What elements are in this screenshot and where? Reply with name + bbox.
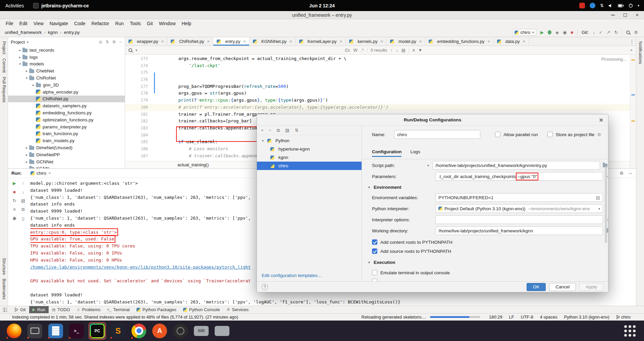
close-tab-icon[interactable]: × [207,39,210,44]
toolwindow-button-python-packages[interactable]: Python Packages [133,306,180,313]
project-panel-title[interactable]: Project [11,40,25,45]
search-history-icon[interactable]: ▾ [136,48,137,52]
dock-drive[interactable] [213,322,231,340]
close-tab-icon[interactable]: × [161,39,164,44]
name-field[interactable] [394,130,480,139]
dock-ubuntu-software[interactable]: A [151,322,168,340]
tree-item[interactable]: ▸KGNN [8,165,125,168]
whole-words-toggle[interactable]: W [354,48,358,53]
dock-chrome[interactable] [130,322,148,340]
tree-item[interactable]: ▸logs [8,54,125,61]
tree-chevron-icon[interactable]: ▸ [24,153,29,157]
dock-text-editor[interactable] [47,322,64,340]
line-separator[interactable]: LF [509,315,514,320]
editor-tab-KGNNNet.py[interactable]: KGNNNet.py× [250,37,296,46]
gear-icon[interactable]: ⚙ [620,171,624,176]
folder-group-icon[interactable]: ▤ [285,128,289,133]
active-app-indicator[interactable]: jetbrains-pycharm-ce [33,3,89,8]
app-tray-icon[interactable] [590,3,595,8]
warning-stripe-mark[interactable] [631,59,635,61]
tree-item[interactable]: ▸GCNNet [8,158,125,165]
close-tab-icon[interactable]: × [523,39,526,44]
interpreter-field[interactable]: Project Default (Python 3.10 (kgnn-env))… [435,204,603,213]
execution-section-header[interactable]: ▾ Execution [367,260,395,265]
tree-chevron-icon[interactable]: ▸ [17,48,22,52]
editor-tab-kernels.py[interactable]: kernels.py× [346,37,387,46]
rerun-button[interactable]: ▶ [13,181,16,186]
stripe-button-bookmarks[interactable]: Bookmarks [2,279,6,300]
close-tab-icon[interactable]: × [487,39,490,44]
menu-edit[interactable]: Edit [16,21,31,26]
power-icon[interactable] [629,3,633,8]
editor-tab-entry.py[interactable]: entry.py× [213,37,250,46]
tree-item[interactable]: alpha_encoder.py [8,89,125,96]
breadcrumb-item[interactable]: entry.py [64,30,80,35]
interpreter-options-field[interactable] [435,215,603,224]
sort-configurations-icon[interactable]: ⇅ [295,128,299,133]
settings-icon[interactable]: ⚙ [634,30,638,35]
dock-app-grid[interactable] [621,322,639,340]
pin-icon[interactable]: ◉ [12,216,16,221]
gear-icon[interactable]: ⚙ [597,132,601,137]
hide-panel-icon[interactable]: ─ [629,171,632,176]
config-tree-item-hypertune-kgnn[interactable]: hypertune-kgnn [257,145,362,153]
python-interpreter[interactable]: Python 3.10 (kgnn-env) [564,315,609,320]
dock-screenshot-tool[interactable] [26,322,44,340]
search-everywhere-icon[interactable] [626,31,630,34]
dock-terminal[interactable]: >_ [68,322,85,340]
git-branch[interactable]: chiro [616,315,631,320]
soft-wrap-icon[interactable]: ≡ [13,207,16,212]
volume-icon[interactable] [608,4,613,8]
run-button[interactable]: ▶ [540,30,544,35]
tree-chevron-icon[interactable]: ▸ [24,160,29,164]
editor-tab-wrapper.py[interactable]: wrapper.py× [125,37,167,46]
gear-icon[interactable]: ⚙ [112,40,116,44]
stripe-button-project[interactable]: Project [2,41,6,54]
tree-item[interactable]: datasets_samplers.py [8,102,125,109]
close-icon[interactable]: ✕ [599,117,603,123]
previous-occurrence-icon[interactable]: ↑ [390,48,392,53]
tree-chevron-icon[interactable]: ▾ [24,76,29,80]
env-vars-field[interactable]: PYTHONUNBUFFERED=1 ▤ [435,193,603,202]
tree-item[interactable]: ChiRoNet.py [8,96,125,103]
working-directory-field[interactable]: /home/live-lab/projects/unified_framewor… [435,226,603,235]
menu-help[interactable]: Help [179,21,195,26]
store-as-file-checkbox[interactable] [547,132,553,137]
expand-collapse-icon[interactable]: ⇅ [106,40,109,44]
menu-file[interactable]: File [3,21,16,26]
tree-item[interactable]: train_models.py [8,137,125,144]
tree-item[interactable]: train_functions.py [8,130,125,137]
tree-item[interactable]: embedding_functions.py [8,109,125,116]
close-tab-icon[interactable]: × [419,39,422,44]
emulate-terminal-checkbox[interactable] [372,270,377,275]
tree-chevron-icon[interactable]: ▸ [24,69,29,73]
close-search-icon[interactable]: × [630,48,633,53]
menu-refactor[interactable]: Refactor [89,21,112,26]
menu-git[interactable]: Git [144,21,156,26]
partial-checkbox[interactable] [372,279,377,281]
toolwindow-button-todo[interactable]: ▤TODO [49,306,73,313]
config-tree-root[interactable]: ▾Python [257,136,362,145]
teamviewer-tray-icon[interactable] [579,3,585,8]
status-message[interactable]: Indexing completed in 1 min, 58 sec. Sha… [12,315,238,320]
coverage-button[interactable]: ◈ [555,30,559,35]
down-stack-trace-icon[interactable]: ↓ [22,189,24,194]
indent-setting[interactable]: 4 spaces [540,315,557,320]
stripe-button-pull-requests[interactable]: Pull Requests [2,77,6,103]
chevron-down-icon[interactable]: ▾ [27,40,29,44]
toolwindow-button-problems[interactable]: ⚠Problems [73,306,104,313]
editor-tab-model.py[interactable]: model.py× [387,37,425,46]
edit-templates-link[interactable]: Edit configuration templates… [262,273,322,278]
next-occurrence-icon[interactable]: ↓ [396,48,398,53]
content-roots-checkbox[interactable] [372,239,377,245]
clock[interactable]: Jun 2 12:24 [309,3,335,8]
editor-tab-KernelLayer.py[interactable]: KernelLayer.py× [296,37,346,46]
help-icon[interactable]: ? [262,284,268,290]
editor-tab-embedding_functions.py[interactable]: embedding_functions.py× [425,37,494,46]
maximize-button[interactable] [624,13,627,17]
menu-view[interactable]: View [31,21,47,26]
select-all-occurrences-icon[interactable]: ▤ [401,48,406,53]
editor-tab-data.py[interactable]: data.py× [494,37,529,46]
toolwindow-button-git[interactable]: Git [11,306,29,313]
apply-button[interactable]: Apply [579,283,603,291]
